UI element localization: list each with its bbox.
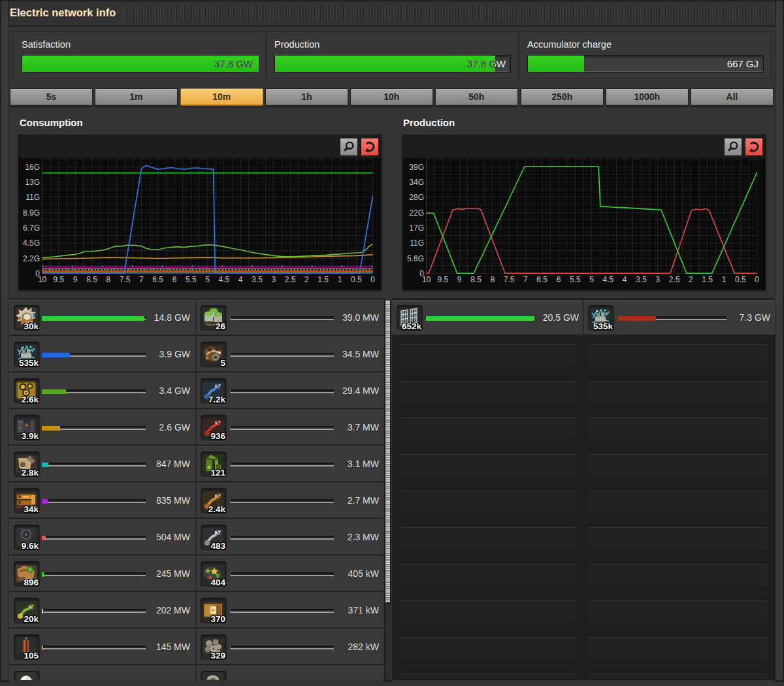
svg-text:7.5: 7.5 — [120, 275, 131, 284]
svg-text:9.5: 9.5 — [438, 275, 449, 284]
svg-text:0: 0 — [370, 275, 375, 284]
svg-text:2.5: 2.5 — [285, 275, 296, 284]
svg-text:13G: 13G — [25, 178, 40, 187]
svg-text:11G: 11G — [25, 193, 40, 202]
svg-text:5: 5 — [589, 275, 594, 284]
svg-text:6.7G: 6.7G — [23, 223, 40, 233]
svg-text:2: 2 — [689, 275, 693, 284]
svg-text:1: 1 — [338, 275, 342, 284]
svg-text:4: 4 — [238, 275, 243, 284]
svg-text:1.5: 1.5 — [318, 275, 329, 284]
svg-text:22G: 22G — [409, 208, 424, 218]
svg-text:5: 5 — [205, 275, 210, 284]
svg-text:6: 6 — [557, 275, 561, 284]
svg-text:7: 7 — [523, 275, 528, 284]
svg-text:5.5: 5.5 — [186, 275, 197, 284]
svg-text:4.5G: 4.5G — [23, 238, 40, 248]
svg-text:8: 8 — [106, 275, 110, 284]
svg-text:11G: 11G — [410, 238, 424, 248]
svg-text:0.5: 0.5 — [735, 275, 746, 284]
svg-text:0: 0 — [755, 275, 759, 284]
svg-text:8.5: 8.5 — [470, 275, 482, 284]
svg-text:17G: 17G — [409, 223, 424, 233]
svg-text:0.5: 0.5 — [351, 275, 362, 284]
svg-text:9: 9 — [457, 275, 462, 284]
svg-text:3: 3 — [655, 275, 660, 284]
svg-text:1: 1 — [722, 275, 727, 284]
svg-text:4.5: 4.5 — [219, 275, 230, 284]
svg-text:2.2G: 2.2G — [23, 254, 40, 263]
svg-text:1.5: 1.5 — [702, 275, 713, 284]
svg-text:8: 8 — [490, 275, 495, 284]
svg-text:16G: 16G — [25, 163, 40, 172]
svg-text:9: 9 — [73, 275, 78, 284]
svg-text:7: 7 — [139, 275, 144, 284]
svg-text:7.5: 7.5 — [504, 275, 515, 284]
svg-text:4.5: 4.5 — [603, 275, 614, 284]
svg-text:3.5: 3.5 — [252, 275, 263, 284]
svg-text:2.5: 2.5 — [669, 275, 680, 284]
svg-text:6.5: 6.5 — [152, 275, 163, 284]
svg-text:28G: 28G — [409, 193, 424, 202]
svg-text:3.5: 3.5 — [636, 275, 647, 284]
svg-text:39G: 39G — [409, 163, 424, 172]
svg-text:34G: 34G — [409, 178, 424, 187]
svg-text:5.5: 5.5 — [570, 275, 581, 284]
svg-text:6.5: 6.5 — [536, 275, 547, 284]
svg-text:6: 6 — [172, 275, 177, 284]
svg-text:8.5: 8.5 — [86, 275, 97, 284]
svg-text:5.6G: 5.6G — [407, 254, 424, 263]
svg-text:8.9G: 8.9G — [23, 208, 40, 218]
svg-text:9.5: 9.5 — [54, 275, 65, 284]
svg-text:2: 2 — [304, 275, 309, 284]
svg-text:4: 4 — [623, 275, 627, 284]
svg-text:10: 10 — [422, 275, 431, 284]
svg-text:10: 10 — [38, 275, 47, 284]
svg-text:3: 3 — [271, 275, 276, 284]
